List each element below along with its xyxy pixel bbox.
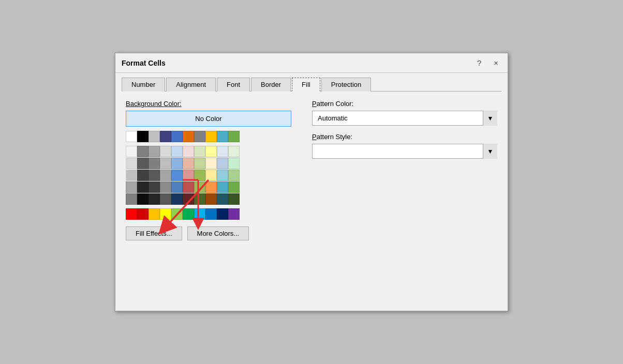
pattern-color-select[interactable]: Automatic [312, 111, 497, 126]
color-swatch[interactable] [194, 131, 205, 142]
tab-protection[interactable]: Protection [321, 78, 372, 92]
color-swatch[interactable] [171, 208, 183, 220]
color-swatch[interactable] [149, 158, 160, 169]
color-swatch[interactable] [217, 208, 228, 220]
tab-alignment[interactable]: Alignment [166, 78, 216, 92]
color-swatch[interactable] [205, 170, 217, 181]
color-swatch[interactable] [228, 158, 240, 169]
standard-color-row [126, 131, 291, 142]
color-swatch[interactable] [160, 208, 171, 220]
more-colors-button[interactable]: More Colors... [187, 226, 249, 240]
action-buttons: Fill Effects... More Colors... [126, 226, 291, 240]
color-swatch[interactable] [217, 170, 228, 181]
color-swatch[interactable] [217, 193, 228, 205]
color-swatch[interactable] [183, 158, 194, 169]
color-swatch[interactable] [171, 131, 183, 142]
color-swatch[interactable] [160, 146, 171, 157]
pattern-style-select[interactable] [312, 144, 497, 159]
accent-color-row [126, 208, 291, 220]
pattern-color-label: Pattern Color: [312, 100, 497, 108]
pattern-style-chevron[interactable]: ▼ [483, 144, 497, 159]
color-swatch[interactable] [137, 170, 149, 181]
tab-fill[interactable]: Fill [292, 78, 320, 92]
color-swatch[interactable] [194, 158, 205, 169]
color-swatch[interactable] [183, 131, 194, 142]
color-swatch[interactable] [228, 208, 240, 220]
color-swatch[interactable] [217, 146, 228, 157]
color-swatch[interactable] [126, 181, 137, 193]
color-swatch[interactable] [217, 158, 228, 169]
tab-number[interactable]: Number [122, 78, 165, 92]
close-button[interactable]: × [491, 57, 501, 68]
tab-border[interactable]: Border [251, 78, 291, 92]
color-swatch[interactable] [160, 131, 171, 142]
color-swatch[interactable] [205, 146, 217, 157]
color-swatch[interactable] [205, 181, 217, 193]
color-swatch[interactable] [137, 158, 149, 169]
color-swatch[interactable] [228, 146, 240, 157]
color-swatch[interactable] [171, 170, 183, 181]
color-swatch[interactable] [228, 131, 240, 142]
pattern-color-chevron[interactable]: ▼ [483, 111, 497, 126]
left-panel: Background Color: No Color [126, 100, 291, 240]
help-button[interactable]: ? [474, 57, 484, 68]
tab-font[interactable]: Font [217, 78, 250, 92]
format-cells-dialog: Format Cells ? × Number Alignment Font B… [115, 53, 508, 311]
color-swatch[interactable] [137, 131, 149, 142]
color-swatch[interactable] [228, 181, 240, 193]
color-swatch[interactable] [205, 158, 217, 169]
color-swatch[interactable] [228, 193, 240, 205]
no-color-button[interactable]: No Color [126, 111, 291, 127]
pattern-style-label: Pattern Style: [312, 133, 497, 141]
color-swatch[interactable] [194, 170, 205, 181]
color-swatch[interactable] [149, 193, 160, 205]
color-swatch[interactable] [149, 170, 160, 181]
color-swatch[interactable] [160, 193, 171, 205]
color-swatch[interactable] [194, 208, 205, 220]
dialog-content: Background Color: No Color [115, 92, 508, 249]
color-swatch[interactable] [194, 146, 205, 157]
theme-color-row-5 [126, 193, 291, 205]
color-swatch[interactable] [183, 208, 194, 220]
color-swatch[interactable] [171, 158, 183, 169]
color-swatch[interactable] [183, 170, 194, 181]
color-swatch[interactable] [228, 170, 240, 181]
color-swatch[interactable] [171, 146, 183, 157]
color-swatch[interactable] [205, 131, 217, 142]
color-swatch[interactable] [160, 170, 171, 181]
color-swatch[interactable] [126, 193, 137, 205]
title-bar: Format Cells ? × [115, 53, 508, 73]
color-swatch[interactable] [171, 193, 183, 205]
color-swatch[interactable] [126, 158, 137, 169]
tab-bar: Number Alignment Font Border Fill Protec… [115, 73, 508, 91]
color-swatch[interactable] [183, 181, 194, 193]
fill-effects-button[interactable]: Fill Effects... [126, 226, 182, 240]
color-swatch[interactable] [194, 181, 205, 193]
theme-color-row-1 [126, 146, 291, 157]
color-swatch[interactable] [137, 181, 149, 193]
theme-color-row-3 [126, 170, 291, 181]
color-swatch[interactable] [205, 208, 217, 220]
color-swatch[interactable] [217, 181, 228, 193]
color-swatch[interactable] [149, 181, 160, 193]
color-swatch[interactable] [160, 181, 171, 193]
color-swatch[interactable] [149, 131, 160, 142]
color-swatch[interactable] [137, 208, 149, 220]
color-swatch[interactable] [137, 146, 149, 157]
color-swatch[interactable] [183, 146, 194, 157]
color-swatch[interactable] [149, 208, 160, 220]
pattern-style-dropdown-wrapper: ▼ [312, 144, 497, 159]
color-swatch[interactable] [183, 193, 194, 205]
color-swatch[interactable] [217, 131, 228, 142]
color-swatch[interactable] [126, 131, 137, 142]
color-swatch[interactable] [171, 181, 183, 193]
color-swatch[interactable] [149, 146, 160, 157]
color-swatch[interactable] [126, 208, 137, 220]
color-swatch[interactable] [126, 146, 137, 157]
color-swatch[interactable] [137, 193, 149, 205]
color-swatch[interactable] [205, 193, 217, 205]
color-swatch[interactable] [126, 170, 137, 181]
title-bar-controls: ? × [474, 57, 501, 68]
color-swatch[interactable] [160, 158, 171, 169]
color-swatch[interactable] [194, 193, 205, 205]
